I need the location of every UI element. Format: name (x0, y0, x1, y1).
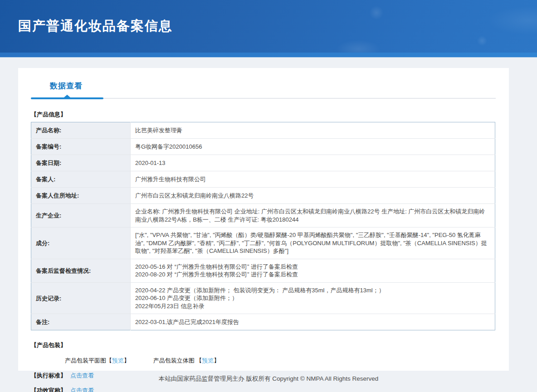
table-row: 备案人住所地址: 广州市白云区太和镇龙归南岭南业八横路22号 (31, 188, 495, 204)
row-label: 备注: (31, 314, 131, 330)
packaging-3d-label: 产品包装立体图 (153, 357, 196, 364)
table-row: 备案后监督检查情况: 2020-05-16 对 “广州雅升生物科技有限公司” 进… (31, 259, 495, 282)
section-title-efficacy: 【功效宣称】 (31, 387, 66, 392)
row-value: 2020-01-13 (131, 155, 495, 171)
row-label: 备案编号: (31, 139, 131, 155)
page-title: 国产普通化妆品备案信息 (0, 0, 537, 35)
section-title-standard: 【执行标准】 (31, 372, 66, 379)
packaging-flat-label: 产品包装平面图 (65, 357, 106, 364)
row-label: 历史记录: (31, 282, 131, 314)
row-value: 2020-05-16 对 “广州雅升生物科技有限公司” 进行了备案后检查 202… (131, 259, 495, 282)
row-value: 2022-03-01,该产品已完成2021年度报告 (131, 314, 495, 330)
packaging-flat-preview-link[interactable]: 预览 (112, 357, 124, 364)
table-row: 生产企业: 企业名称: 广州雅升生物科技有限公司 企业地址: 广州市白云区太和镇… (31, 204, 495, 227)
row-label: 成分: (31, 227, 131, 259)
section-title-product-info: 【产品信息】 (31, 111, 496, 119)
efficacy-claim-row: 【功效宣称】点击查看 (31, 387, 496, 392)
row-value: 比芭美碎发整理膏 (131, 122, 495, 139)
view-standard-link[interactable]: 点击查看 (70, 372, 94, 379)
bracket-close: 】 (124, 357, 130, 364)
row-label: 产品名称: (31, 122, 131, 139)
row-label: 备案人住所地址: (31, 188, 131, 204)
bracket-open: 【 (196, 357, 202, 364)
view-efficacy-link[interactable]: 点击查看 (70, 387, 94, 392)
row-value: 2020-04-22 产品变更（添加新附件； 包装说明变更为： 产品规格有35m… (131, 282, 495, 314)
page-header: 国产普通化妆品备案信息 (0, 0, 537, 58)
tab-bar: 数据查看 (31, 81, 496, 100)
row-value: 粤G妆网备字2020010656 (131, 139, 495, 155)
row-label: 备案日期: (31, 155, 131, 171)
table-row: 备注: 2022-03-01,该产品已完成2021年度报告 (31, 314, 495, 330)
section-title-packaging: 【产品包装】 (31, 341, 496, 349)
row-label: 生产企业: (31, 204, 131, 227)
product-info-table: 产品名称: 比芭美碎发整理膏 备案编号: 粤G妆网备字2020010656 备案… (31, 122, 495, 330)
tab-underline (31, 97, 496, 100)
packaging-3d-item: 产品包装立体图 【预览】 (153, 357, 220, 364)
table-row: 成分: ["水", "VP/VA 共聚物", "甘油", "丙烯酸（酯）类/硬脂… (31, 227, 495, 259)
row-value: 企业名称: 广州雅升生物科技有限公司 企业地址: 广州市白云区太和镇龙归南岭南业… (131, 204, 495, 227)
bracket-close: 】 (214, 357, 220, 364)
table-row: 备案日期: 2020-01-13 (31, 155, 495, 171)
row-label: 备案后监督检查情况: (31, 259, 131, 282)
table-row: 备案人: 广州雅升生物科技有限公司 (31, 171, 495, 188)
row-value: 广州雅升生物科技有限公司 (131, 171, 495, 188)
bracket-open: 【 (106, 357, 112, 364)
table-row: 备案编号: 粤G妆网备字2020010656 (31, 139, 495, 155)
packaging-links-row: 产品包装平面图【预览】 产品包装立体图 【预览】 (65, 357, 496, 365)
packaging-3d-preview-link[interactable]: 预览 (202, 357, 214, 364)
row-label: 备案人: (31, 171, 131, 188)
active-tab-indicator (31, 97, 103, 99)
row-value: 广州市白云区太和镇龙归南岭南业八横路22号 (131, 188, 495, 204)
execution-standard-row: 【执行标准】点击查看 (31, 372, 496, 380)
table-row: 产品名称: 比芭美碎发整理膏 (31, 122, 495, 139)
table-row: 历史记录: 2020-04-22 产品变更（添加新附件； 包装说明变更为： 产品… (31, 282, 495, 314)
active-tab-pointer-icon (64, 95, 70, 97)
row-value: ["水", "VP/VA 共聚物", "甘油", "丙烯酸（酯）类/硬脂醇聚醚-… (131, 227, 495, 259)
content-card: 数据查看 【产品信息】 产品名称: 比芭美碎发整理膏 备案编号: 粤G妆网备字2… (18, 68, 509, 371)
packaging-flat-item: 产品包装平面图【预览】 (65, 357, 132, 364)
